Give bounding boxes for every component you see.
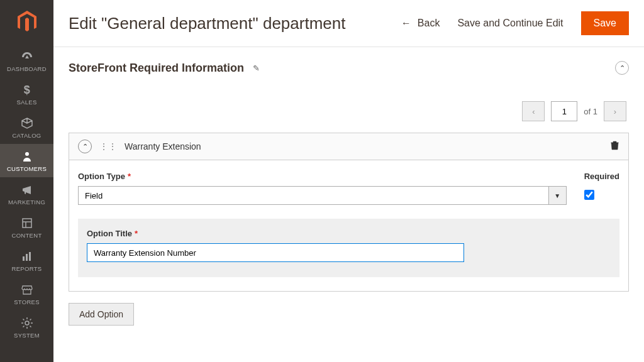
person-icon — [21, 150, 33, 163]
sidebar-item-catalog[interactable]: CATALOG — [0, 111, 53, 144]
sidebar-item-customers[interactable]: CUSTOMERS — [0, 144, 53, 177]
section-header: StoreFront Required Information ✎ ⌃ — [69, 61, 629, 75]
svg-rect-5 — [23, 256, 25, 261]
sidebar: DASHBOARD $ SALES CATALOG CUSTOMERS MARK… — [0, 0, 53, 362]
megaphone-icon — [21, 184, 33, 196]
svg-text:$: $ — [23, 84, 30, 96]
sidebar-item-label: SYSTEM — [14, 332, 40, 339]
dashboard-icon — [21, 50, 33, 63]
pagination-total: of 1 — [584, 107, 597, 116]
dollar-icon: $ — [21, 84, 33, 96]
option-collapse-button[interactable]: ⌃ — [78, 140, 92, 153]
section-collapse-button[interactable]: ⌃ — [615, 61, 629, 75]
section-title: StoreFront Required Information — [69, 62, 244, 75]
sidebar-item-content[interactable]: CONTENT — [0, 211, 53, 244]
sidebar-item-label: MARKETING — [8, 199, 45, 206]
sidebar-item-label: CATALOG — [12, 132, 41, 139]
pagination-prev-button[interactable]: ‹ — [522, 101, 545, 121]
page-header: Edit "General department" department ← B… — [53, 0, 644, 47]
sidebar-item-reports[interactable]: REPORTS — [0, 244, 53, 277]
add-option-row: Add Option — [69, 303, 629, 326]
sidebar-item-system[interactable]: SYSTEM — [0, 310, 53, 344]
option-type-label: Option Type* — [78, 172, 567, 181]
option-title-block: Option Title* — [78, 219, 619, 277]
svg-rect-2 — [23, 219, 31, 228]
save-button[interactable]: Save — [581, 11, 629, 35]
bars-icon — [21, 250, 33, 263]
option-type-field: Option Type* ▼ — [78, 172, 567, 205]
arrow-left-icon: ← — [401, 18, 411, 29]
option-title-label: Option Title* — [87, 229, 138, 238]
chevron-left-icon: ‹ — [532, 107, 535, 116]
chevron-up-icon: ⌃ — [82, 143, 88, 151]
option-type-select[interactable]: ▼ — [78, 186, 567, 205]
main-content: Edit "General department" department ← B… — [53, 0, 644, 362]
option-name: Warranty Extension — [125, 141, 602, 151]
sidebar-item-label: SALES — [16, 99, 36, 106]
option-block: ⌃ ⋮⋮ Warranty Extension Option Type* — [69, 133, 629, 292]
svg-rect-7 — [29, 252, 31, 261]
magento-logo[interactable] — [0, 0, 53, 44]
header-actions: ← Back Save and Continue Edit Save — [401, 11, 629, 35]
back-button[interactable]: ← Back — [401, 18, 440, 29]
pencil-icon[interactable]: ✎ — [253, 63, 260, 73]
chevron-up-icon: ⌃ — [619, 64, 625, 72]
pagination-next-button[interactable]: › — [604, 101, 626, 121]
trash-icon[interactable] — [610, 140, 619, 153]
chevron-right-icon: › — [614, 107, 616, 116]
svg-rect-6 — [26, 254, 28, 261]
pagination: ‹ of 1 › — [69, 101, 629, 121]
svg-point-1 — [25, 152, 29, 156]
sidebar-item-stores[interactable]: STORES — [0, 277, 53, 310]
chevron-down-icon: ▼ — [549, 186, 567, 205]
required-label: Required — [584, 172, 619, 181]
content-area: StoreFront Required Information ✎ ⌃ ‹ of… — [53, 47, 644, 362]
option-block-body: Option Type* ▼ Required — [69, 160, 628, 291]
sidebar-item-marketing[interactable]: MARKETING — [0, 177, 53, 211]
required-checkbox[interactable] — [584, 190, 594, 200]
sidebar-item-dashboard[interactable]: DASHBOARD — [0, 44, 53, 77]
sidebar-item-sales[interactable]: $ SALES — [0, 77, 53, 111]
option-title-input[interactable] — [87, 243, 464, 262]
layout-icon — [21, 217, 33, 229]
save-continue-button[interactable]: Save and Continue Edit — [457, 18, 563, 29]
back-label: Back — [418, 18, 440, 29]
svg-point-8 — [25, 321, 29, 325]
sidebar-item-label: DASHBOARD — [7, 65, 47, 72]
required-field: Required — [584, 172, 619, 200]
page-title: Edit "General department" department — [69, 14, 345, 33]
option-type-value[interactable] — [78, 186, 549, 205]
box-icon — [21, 117, 33, 129]
sidebar-item-label: STORES — [14, 299, 40, 305]
store-icon — [21, 283, 33, 296]
gear-icon — [21, 317, 33, 329]
drag-handle-icon[interactable]: ⋮⋮ — [99, 141, 117, 151]
option-block-header: ⌃ ⋮⋮ Warranty Extension — [69, 133, 628, 160]
add-option-button[interactable]: Add Option — [69, 303, 134, 326]
sidebar-item-label: CONTENT — [11, 232, 42, 239]
pagination-current-input[interactable] — [551, 101, 577, 121]
sidebar-item-label: REPORTS — [12, 265, 42, 272]
sidebar-item-label: CUSTOMERS — [7, 165, 47, 172]
